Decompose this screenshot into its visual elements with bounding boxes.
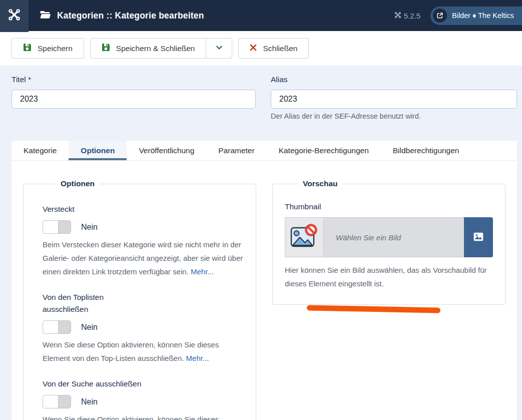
exclude-toplists-toggle-state: Nein [81, 323, 98, 332]
tab-bar: Kategorie Optionen Veröffentlichung Para… [12, 141, 517, 161]
hidden-toggle[interactable] [43, 220, 71, 234]
options-fieldset: Optionen Versteckt Nein Beim Verstecken … [23, 179, 256, 420]
site-preview-button[interactable]: Bilder ♦ The Keltics [430, 7, 522, 25]
tab-parameter[interactable]: Parameter [206, 141, 266, 160]
thumbnail-path-input[interactable]: Wählen Sie ein Bild [324, 217, 464, 257]
save-close-label: Speichern & Schließen [116, 44, 195, 53]
save-close-icon [102, 43, 110, 54]
edit-card: Kategorie Optionen Veröffentlichung Para… [12, 141, 517, 420]
chevron-down-icon [215, 44, 223, 54]
image-icon [473, 231, 484, 244]
save-options-dropdown-toggle[interactable] [206, 38, 232, 59]
preview-fieldset: Vorschau Thumbnail [272, 179, 505, 305]
save-button[interactable]: Speichern [12, 38, 84, 59]
exclude-toplists-toggle[interactable] [43, 320, 71, 334]
action-toolbar: Speichern Speichern & Schließen [0, 31, 522, 66]
title-label: Titel * [12, 75, 256, 84]
exclude-search-toggle[interactable] [43, 395, 71, 408]
tab-kategorie[interactable]: Kategorie [12, 141, 69, 160]
joomla-logo[interactable] [0, 0, 29, 32]
site-preview-label: Bilder ♦ The Keltics [452, 12, 514, 20]
alias-label: Alias [271, 75, 517, 84]
external-link-icon [433, 9, 447, 23]
alias-help-text: Der Alias der in der SEF-Adresse benutzt… [271, 112, 517, 120]
exclude-toplists-label: Von den Toplisten ausschließen [43, 291, 244, 315]
save-label: Speichern [38, 44, 73, 53]
tab-veroeffentlichung[interactable]: Veröffentlichung [127, 141, 206, 160]
more-link[interactable]: Mehr... [191, 267, 214, 276]
toggle-knob [43, 395, 59, 408]
close-label: Schließen [263, 44, 297, 53]
tab-optionen[interactable]: Optionen [69, 141, 127, 160]
title-input[interactable] [12, 90, 256, 109]
top-header: Kategorien :: Kategorie bearbeiten 5.2.5 [0, 0, 522, 31]
alias-input[interactable] [271, 90, 517, 109]
thumbnail-empty-preview [285, 217, 324, 257]
toggle-knob [43, 220, 59, 234]
close-button[interactable]: Schließen [238, 38, 309, 59]
folder-open-icon [40, 10, 51, 22]
joomla-version-icon [394, 12, 401, 20]
version-text: 5.2.5 [404, 12, 420, 20]
close-icon [250, 44, 257, 53]
hidden-toggle-state: Nein [81, 223, 98, 232]
thumbnail-picker: Wählen Sie ein Bild [285, 217, 493, 257]
save-close-button-group: Speichern & Schließen [90, 38, 233, 59]
save-close-button[interactable]: Speichern & Schließen [90, 38, 207, 59]
save-icon [23, 43, 32, 54]
thumbnail-label: Thumbnail [285, 202, 493, 211]
hidden-field-label: Versteckt [43, 203, 244, 215]
select-image-button[interactable] [464, 217, 493, 257]
preview-legend: Vorschau [298, 179, 343, 188]
thumbnail-description: Hier können Sie ein Bild auswählen, das … [285, 263, 493, 290]
joomla-logo-icon [8, 8, 21, 24]
more-link[interactable]: Mehr... [186, 354, 209, 362]
exclude-search-toggle-state: Nein [81, 397, 98, 406]
tab-bildberechtigungen[interactable]: Bildberechtigungen [381, 141, 471, 160]
page-title: Kategorien :: Kategorie bearbeiten [57, 11, 204, 21]
thumbnail-placeholder: Wählen Sie ein Bild [336, 233, 401, 242]
exclude-toplists-description: Wenn Sie diese Option aktivieren, können… [43, 338, 244, 365]
toggle-knob [43, 320, 59, 334]
exclude-search-description: Wenn Sie diese Option aktivieren, können… [43, 412, 244, 420]
tab-kategorie-berechtigungen[interactable]: Kategorie-Berechtigungen [267, 141, 381, 160]
no-image-icon [290, 223, 319, 251]
joomla-version: 5.2.5 [394, 12, 420, 20]
options-legend: Optionen [56, 179, 100, 188]
hidden-field-description: Beim Verstecken dieser Kategorie wird si… [43, 238, 244, 278]
title-alias-row: Titel * Alias Der Alias der in der SEF-A… [0, 66, 522, 120]
exclude-search-label: Von der Suche ausschließen [43, 378, 244, 390]
